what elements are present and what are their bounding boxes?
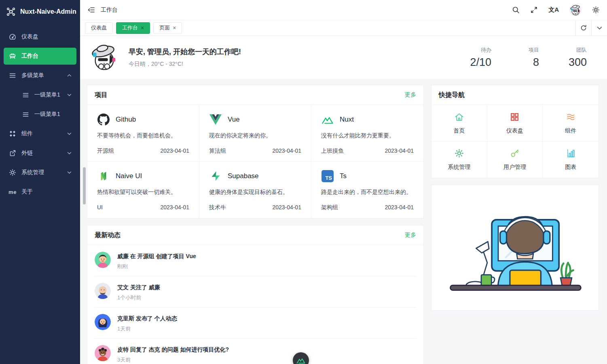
project-card-nuxt[interactable]: Nuxt 没有什么才能比努力更重要。 上班摸鱼 2023-04-01 [311, 105, 423, 162]
activity-time: 1个小时前 [117, 294, 160, 301]
stat-label: 团队 [561, 46, 587, 54]
sidebar-item-submenu-1[interactable]: 一级菜单1 [4, 86, 76, 103]
main-column: 工作台 文A [80, 0, 607, 364]
sidebar-item-label: 工作台 [21, 53, 38, 60]
welcome-banner: 早安, 管理员, 开始您一天的工作吧! 今日晴，20°C - 32°C! 待办 … [80, 36, 607, 79]
quick-nav-system[interactable]: 系统管理 [431, 141, 487, 178]
sidebar-item-about[interactable]: me 关于 [4, 183, 76, 200]
quick-nav-label: 系统管理 [448, 164, 470, 171]
project-card-supabase[interactable]: Supabase 健康的身体是实现目标的基石。 技术牛 2023-04-01 [199, 162, 311, 218]
quick-nav-card: 快捷导航 首页 [431, 85, 599, 178]
close-icon[interactable]: × [173, 25, 176, 31]
project-group: UI [97, 204, 103, 210]
activity-text: 克里斯 发布了 个人动态 [117, 315, 177, 322]
settings-icon[interactable] [592, 6, 600, 14]
project-group: 技术牛 [209, 204, 226, 211]
vue-logo [209, 113, 222, 126]
sidebar-item-external-links[interactable]: 外链 [4, 145, 76, 162]
activity-time: 刚刚 [117, 263, 196, 270]
project-date: 2023-04-01 [272, 204, 301, 211]
project-name: Nuxt [340, 116, 354, 124]
quick-nav-components[interactable]: 组件 [543, 105, 599, 141]
sidebar-item-dashboard[interactable]: 仪表盘 [4, 28, 76, 45]
hub-logo-icon [6, 7, 15, 16]
user-avatar-large [90, 43, 118, 72]
nuxt-logo [321, 113, 334, 126]
quick-nav-label: 用户管理 [503, 164, 526, 171]
stat-value: 2/10 [465, 56, 491, 69]
translate-icon[interactable]: 文A [548, 6, 559, 14]
quick-nav-users[interactable]: 用户管理 [487, 141, 543, 178]
activity-item: 威廉 在 开源组 创建了项目 Vue 刚刚 [95, 245, 416, 276]
illustration-card [431, 185, 599, 311]
breadcrumb[interactable]: 工作台 [101, 6, 118, 14]
quick-nav-charts[interactable]: 图表 [543, 141, 599, 178]
sidebar-item-multi-menu[interactable]: 多级菜单 [4, 67, 76, 84]
close-icon[interactable]: × [141, 25, 144, 31]
menu-lines-icon [21, 91, 30, 99]
chevron-down-icon [67, 171, 72, 174]
stat-value: 8 [513, 56, 539, 69]
project-card-github[interactable]: Github 不要等待机会，而要创造机会。 开源组 2023-04-01 [87, 105, 199, 162]
projects-card: 项目 更多 Github 不要等待 [87, 85, 424, 219]
projects-card-title: 项目 [95, 91, 108, 99]
sidebar-item-system[interactable]: 系统管理 [4, 164, 76, 181]
project-desc: 不要等待机会，而要创造机会。 [97, 132, 189, 139]
avatar [95, 345, 111, 361]
project-card-naive-ui[interactable]: Naive UI 热情和欲望可以突破一切难关。 UI 2023-04-01 [87, 162, 199, 218]
project-group: 算法组 [209, 147, 226, 155]
home-icon [454, 112, 464, 124]
project-card-ts[interactable]: TS Ts 路是走出来的，而不是空想出来的。 架构组 2023-04-01 [311, 162, 423, 218]
chevron-down-icon[interactable] [591, 20, 607, 36]
sidebar-item-label: 外链 [21, 149, 33, 157]
external-link-icon [8, 149, 17, 157]
chevron-down-icon [67, 132, 72, 135]
components-icon [8, 130, 17, 138]
projects-more-link[interactable]: 更多 [405, 91, 416, 99]
project-date: 2023-04-01 [272, 147, 301, 155]
tab-page[interactable]: 页面 × [153, 22, 182, 34]
sidebar-item-label: 关于 [21, 188, 33, 196]
chevron-up-icon [67, 74, 72, 77]
project-date: 2023-04-01 [160, 147, 189, 155]
project-desc: 健康的身体是实现目标的基石。 [209, 189, 301, 196]
project-card-vue[interactable]: Vue 现在的你决定将来的你。 算法组 2023-04-01 [199, 105, 311, 162]
sidebar-item-label: 多级菜单 [21, 72, 44, 79]
sidebar-item-label: 一级菜单1 [34, 111, 60, 118]
activity-text: 皮特 回复了 杰克 的问题 如何进行项目优化? [117, 346, 229, 353]
stats-group: 待办 2/10 项目 8 团队 300 [465, 46, 597, 69]
tab-label: 仪表盘 [91, 24, 107, 32]
sidebar: Nuxt-Naive-Admin 仪表盘 工作台 [0, 0, 80, 364]
search-icon[interactable] [512, 6, 520, 14]
collapse-menu-icon[interactable] [87, 6, 95, 14]
project-date: 2023-04-01 [385, 204, 414, 211]
stat-todo: 待办 2/10 [465, 46, 491, 69]
sidebar-item-workbench[interactable]: 工作台 [4, 48, 76, 65]
quick-nav-dashboard[interactable]: 仪表盘 [487, 105, 543, 141]
sidebar-item-submenu-2[interactable]: 一级菜单1 [4, 106, 76, 123]
tab-workbench[interactable]: 工作台 × [116, 22, 150, 34]
avatar [95, 283, 111, 299]
supabase-logo [209, 170, 222, 183]
project-desc: 路是走出来的，而不是空想出来的。 [321, 189, 414, 196]
avatar [95, 314, 111, 330]
user-avatar[interactable] [569, 4, 582, 16]
project-date: 2023-04-01 [160, 204, 189, 210]
activity-more-link[interactable]: 更多 [405, 231, 416, 239]
stat-projects: 项目 8 [513, 46, 539, 69]
quick-nav-home[interactable]: 首页 [431, 105, 487, 141]
scrollbar-thumb[interactable] [83, 167, 86, 204]
sidebar-item-label: 仪表盘 [21, 33, 38, 40]
gear-icon [454, 148, 464, 160]
activity-item: 艾文 关注了 威廉 1个小时前 [95, 276, 416, 307]
activity-card-title: 最新动态 [95, 231, 121, 240]
gear-icon [8, 168, 17, 177]
app-logo: Nuxt-Naive-Admin [0, 0, 80, 23]
refresh-icon[interactable] [575, 20, 591, 36]
sidebar-item-label: 组件 [21, 130, 33, 137]
tab-dashboard[interactable]: 仪表盘 [85, 22, 113, 34]
stat-team: 团队 300 [561, 46, 587, 69]
avatar [95, 252, 111, 268]
sidebar-item-components[interactable]: 组件 [4, 125, 76, 142]
fullscreen-icon[interactable] [530, 6, 538, 14]
